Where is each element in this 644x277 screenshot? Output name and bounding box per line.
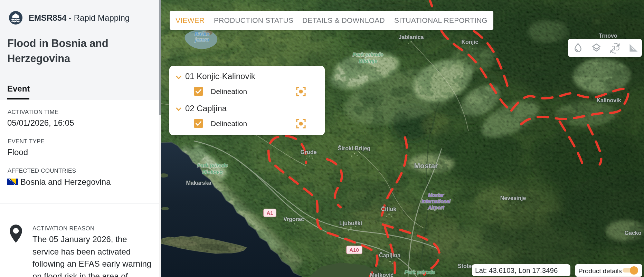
svg-text:Grude: Grude — [300, 149, 316, 155]
svg-text:Široki Brijeg: Široki Brijeg — [338, 145, 370, 151]
svg-text:Ljubuški: Ljubuški — [339, 220, 362, 226]
svg-text:Gacko: Gacko — [625, 230, 642, 236]
svg-text:Biokovo: Biokovo — [202, 169, 222, 175]
svg-text:Trnovo: Trnovo — [599, 33, 617, 39]
svg-text:Blidinje: Blidinje — [359, 58, 377, 64]
svg-text:Buško: Buško — [195, 31, 210, 37]
svg-text:Park prirode: Park prirode — [353, 51, 383, 57]
svg-text:Vrgorac: Vrgorac — [283, 216, 304, 222]
svg-text:jezero: jezero — [195, 37, 209, 42]
svg-text:A1: A1 — [266, 210, 273, 216]
svg-text:Mostar: Mostar — [414, 162, 438, 170]
svg-text:Kalinovik: Kalinovik — [596, 97, 621, 103]
svg-text:Nevesinje: Nevesinje — [500, 195, 526, 201]
svg-text:Mostar: Mostar — [428, 192, 444, 198]
svg-text:A10: A10 — [349, 247, 359, 253]
svg-text:Makarska: Makarska — [186, 180, 211, 186]
svg-text:Jablanica: Jablanica — [399, 34, 424, 40]
svg-text:Park prirode: Park prirode — [197, 162, 228, 168]
svg-text:Čitluk: Čitluk — [381, 206, 397, 212]
svg-text:Konjic: Konjic — [462, 39, 479, 45]
svg-text:Čapljina: Čapljina — [379, 252, 400, 258]
svg-text:International: International — [422, 199, 451, 204]
svg-text:Metković: Metković — [370, 272, 394, 277]
svg-text:Airport: Airport — [428, 205, 445, 210]
svg-text:Park prirode: Park prirode — [405, 269, 435, 275]
